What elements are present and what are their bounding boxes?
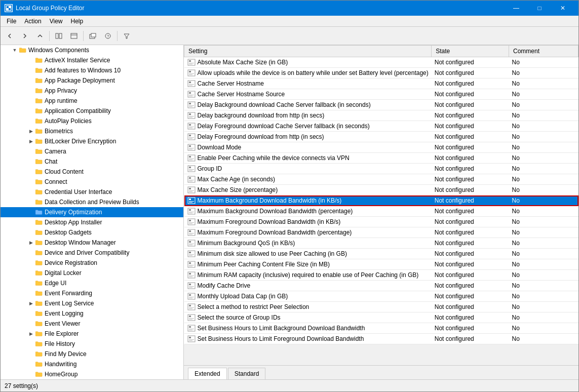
table-row[interactable]: Max Cache Age (in seconds)Not configured… — [184, 174, 578, 185]
tree-expander[interactable] — [27, 87, 35, 95]
table-row[interactable]: Absolute Max Cache Size (in GB)Not confi… — [184, 57, 578, 68]
table-row[interactable]: Maximum Background Download Bandwidth (i… — [184, 195, 578, 206]
new-window-button[interactable] — [86, 29, 100, 43]
tree-item[interactable]: Delivery Optimization — [1, 207, 183, 217]
table-row[interactable]: Allow uploads while the device is on bat… — [184, 68, 578, 79]
tree-expander[interactable]: ▶ — [27, 299, 35, 307]
tree-item[interactable]: Add features to Windows 10 — [1, 65, 183, 75]
tree-item[interactable]: Chat — [1, 156, 183, 167]
tree-item[interactable]: Handwriting — [1, 359, 183, 369]
filter-button[interactable] — [120, 29, 134, 43]
tree-item[interactable]: Event Forwarding — [1, 288, 183, 298]
tree-expander[interactable] — [27, 279, 35, 287]
table-row[interactable]: Minimum Peer Caching Content File Size (… — [184, 259, 578, 270]
table-row[interactable]: Maximum Background Download Bandwidth (p… — [184, 206, 578, 217]
tree-expander[interactable] — [27, 218, 35, 226]
tree-item[interactable]: App runtime — [1, 96, 183, 106]
tree-root[interactable]: ▼ Windows Components — [1, 45, 183, 55]
tree-item[interactable]: Edge UI — [1, 278, 183, 288]
table-row[interactable]: Maximum Foreground Download Bandwidth (i… — [184, 217, 578, 227]
tree-item[interactable]: AutoPlay Policies — [1, 116, 183, 126]
close-button[interactable]: ✕ — [551, 1, 574, 16]
tree-expander[interactable]: ▶ — [27, 127, 35, 135]
col-state[interactable]: State — [432, 46, 509, 57]
tree-expander[interactable] — [27, 198, 35, 206]
show-hide-tree-button[interactable] — [52, 29, 66, 43]
table-row[interactable]: Cache Server HostnameNot configuredNo — [184, 79, 578, 89]
menu-action[interactable]: Action — [20, 17, 45, 26]
tree-expander[interactable] — [27, 340, 35, 348]
tree-expander[interactable]: ▼ — [11, 46, 19, 54]
tree-expander[interactable] — [27, 97, 35, 105]
tree-expander[interactable] — [27, 168, 35, 176]
table-row[interactable]: Enable Peer Caching while the device con… — [184, 153, 578, 164]
table-row[interactable]: Group IDNot configuredNo — [184, 164, 578, 174]
help-button[interactable]: ? — [101, 29, 115, 43]
tree-expander[interactable] — [27, 289, 35, 297]
table-row[interactable]: Set Business Hours to Limit Foreground D… — [184, 334, 578, 344]
col-comment[interactable]: Comment — [509, 46, 578, 57]
tree-expander[interactable]: ▶ — [27, 137, 35, 145]
tree-item[interactable]: Desktop Gadgets — [1, 227, 183, 238]
col-setting[interactable]: Setting — [184, 46, 432, 57]
table-row[interactable]: Delay background download from http (in … — [184, 110, 578, 121]
tree-item[interactable]: App Privacy — [1, 86, 183, 96]
table-row[interactable]: Maximum Foreground Download Bandwidth (p… — [184, 227, 578, 238]
tree-expander[interactable] — [27, 249, 35, 257]
table-row[interactable]: Monthly Upload Data Cap (in GB)Not confi… — [184, 291, 578, 302]
tree-item[interactable]: Data Collection and Preview Builds — [1, 197, 183, 207]
tree-item[interactable]: Find My Device — [1, 349, 183, 359]
tree-item[interactable]: Device Registration — [1, 258, 183, 268]
tree-item[interactable]: HomeGroup — [1, 369, 183, 379]
table-row[interactable]: Modify Cache DriveNot configuredNo — [184, 281, 578, 291]
tree-expander[interactable] — [27, 370, 35, 378]
tree-item[interactable]: File History — [1, 339, 183, 349]
tree-expander[interactable]: ▶ — [27, 239, 35, 247]
properties-button[interactable] — [67, 29, 81, 43]
tree-expander[interactable] — [27, 107, 35, 115]
tree-expander[interactable] — [27, 56, 35, 64]
table-row[interactable]: Max Cache Size (percentage)Not configure… — [184, 185, 578, 195]
maximize-button[interactable]: □ — [528, 1, 551, 16]
table-row[interactable]: Download ModeNot configuredNo — [184, 142, 578, 153]
tree-item[interactable]: Desktop App Installer — [1, 217, 183, 227]
tree-panel[interactable]: ▼ Windows Components ActiveX Installer S… — [1, 45, 184, 379]
menu-file[interactable]: File — [3, 17, 20, 26]
table-row[interactable]: Minimum RAM capacity (inclusive) require… — [184, 270, 578, 281]
menu-view[interactable]: View — [46, 17, 67, 26]
tree-item[interactable]: Event Viewer — [1, 319, 183, 329]
tree-item[interactable]: Connect — [1, 177, 183, 187]
menu-help[interactable]: Help — [67, 17, 88, 26]
table-row[interactable]: Select a method to restrict Peer Selecti… — [184, 302, 578, 312]
tree-item[interactable]: ▶ Desktop Window Manager — [1, 238, 183, 248]
up-button[interactable] — [33, 29, 47, 43]
tab-standard[interactable]: Standard — [228, 368, 266, 379]
tree-expander[interactable] — [27, 147, 35, 155]
tree-expander[interactable] — [27, 360, 35, 368]
table-row[interactable]: Delay Foreground download from http (in … — [184, 132, 578, 142]
tree-expander[interactable] — [27, 228, 35, 237]
tree-expander[interactable] — [27, 269, 35, 277]
tree-expander[interactable] — [27, 66, 35, 74]
tree-item[interactable]: ▶ File Explorer — [1, 329, 183, 339]
tree-item[interactable]: Credential User Interface — [1, 187, 183, 197]
tree-item[interactable]: Device and Driver Compatibility — [1, 248, 183, 258]
forward-button[interactable] — [18, 29, 32, 43]
settings-table[interactable]: Setting State Comment Absolute Max Cache… — [184, 45, 578, 365]
tree-expander[interactable] — [27, 259, 35, 267]
tree-expander[interactable] — [27, 208, 35, 216]
back-button[interactable] — [3, 29, 17, 43]
tree-item[interactable]: Digital Locker — [1, 268, 183, 278]
tree-expander[interactable] — [27, 320, 35, 328]
tree-item[interactable]: ▶ Biometrics — [1, 126, 183, 136]
tree-expander[interactable] — [27, 178, 35, 186]
table-row[interactable]: Minimum disk size allowed to use Peer Ca… — [184, 249, 578, 259]
tree-expander[interactable] — [27, 158, 35, 166]
tree-item[interactable]: App Package Deployment — [1, 75, 183, 86]
tree-item[interactable]: ActiveX Installer Service — [1, 55, 183, 65]
minimize-button[interactable]: — — [505, 1, 528, 16]
table-row[interactable]: Select the source of Group IDsNot config… — [184, 312, 578, 323]
tree-item[interactable]: Camera — [1, 146, 183, 156]
tree-expander[interactable] — [27, 350, 35, 358]
table-row[interactable]: Delay Background download Cache Server f… — [184, 100, 578, 110]
